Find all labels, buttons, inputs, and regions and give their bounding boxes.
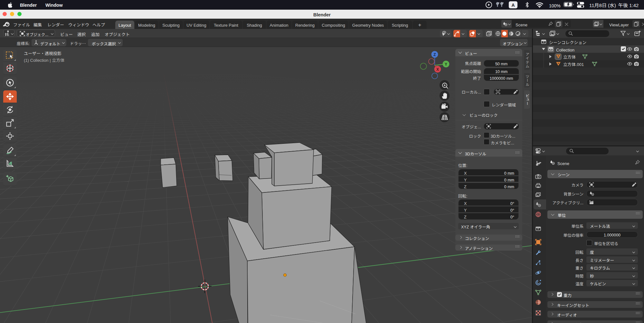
svg-text:X: X xyxy=(436,67,439,72)
svg-text:Y: Y xyxy=(445,62,447,67)
svg-text:Z: Z xyxy=(433,52,436,57)
